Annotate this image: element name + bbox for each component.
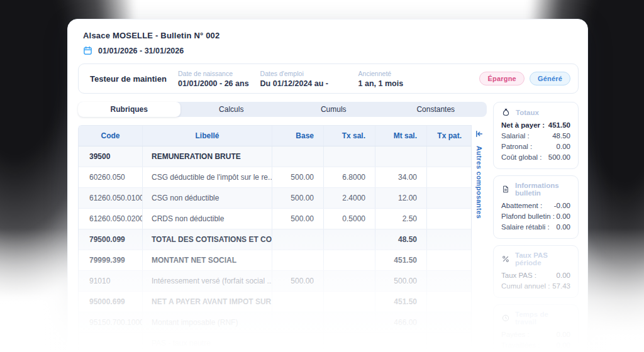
- stat-value: -0.00: [554, 201, 570, 211]
- table-row[interactable]: 39500REMUNERATION BRUTE: [79, 146, 471, 167]
- cell-tx_sal: 2.4000: [324, 188, 375, 208]
- cell-code: 39500: [79, 146, 143, 167]
- stat-label: Salarial :: [501, 131, 530, 141]
- stat-cumul-annuel: Cumul annuel :57.43: [501, 281, 570, 292]
- table-row[interactable]: 61260.050.0200CRDS non déductible500.000…: [79, 209, 471, 229]
- stat-value: 48.50: [552, 131, 570, 141]
- cell-base: 500.00: [272, 188, 324, 208]
- header-cell-base: Base: [272, 126, 324, 146]
- stat-label: Cumul annuel :: [501, 281, 550, 292]
- cell-libelle: CSG non déductible: [143, 188, 272, 208]
- employee-field-anciennete: Ancienneté1 an, 1 mois: [358, 70, 441, 88]
- stat-label: Coût global :: [501, 152, 542, 163]
- panel-header: Informations bulletin: [501, 182, 570, 197]
- cell-tx_sal: [324, 292, 375, 312]
- cell-base: 500.00: [272, 271, 324, 291]
- table-header-row: CodeLibelléBaseTx sal.Mt sal.Tx pat.: [79, 126, 471, 146]
- panel-header: Temps de travail: [501, 311, 570, 326]
- stat-label: Travaillées :: [501, 340, 540, 351]
- stat-value: 0.00: [557, 329, 570, 340]
- table-row[interactable]: PAS - taux neutre: [79, 333, 471, 352]
- cell-code: 79999.399: [79, 250, 143, 270]
- cell-base: [272, 312, 324, 333]
- cell-tx_pat: [427, 188, 471, 208]
- stat-taux-pas: Taux PAS :0.00: [501, 270, 570, 281]
- field-value: 01/01/2000 - 26 ans: [178, 79, 249, 88]
- cell-code: 79500.099: [79, 229, 143, 250]
- employee-field-date-de-naissance: Date de naissance01/01/2000 - 26 ans: [178, 70, 249, 88]
- stat-patronal: Patronal :0.00: [501, 141, 570, 152]
- table-row[interactable]: 79500.099TOTAL DES COTISATIONS ET CONT..…: [79, 229, 471, 250]
- table-row[interactable]: 95000.699NET A PAYER AVANT IMPOT SUR LE …: [79, 292, 471, 312]
- table-row[interactable]: 91010Intéressement versé (forfait social…: [79, 271, 471, 292]
- stat-label: Salaire rétabli :: [501, 222, 550, 233]
- cell-mt_sal: 34.00: [375, 167, 427, 187]
- cell-tx_pat: [427, 250, 471, 270]
- autres-composantes-label[interactable]: Autres composantes: [475, 146, 483, 219]
- stat-label: Plafond bulletin :: [501, 211, 555, 222]
- clock-icon: [502, 314, 509, 322]
- collapse-left-icon: [475, 129, 484, 138]
- header-cell-code: Code: [79, 126, 143, 146]
- stat-net-a-payer: Net à payer :451.50: [501, 120, 570, 131]
- collapse-panel-button[interactable]: [475, 129, 484, 138]
- field-value: Du 01/12/2024 au -: [260, 79, 347, 88]
- cell-code: 60260.050: [79, 167, 143, 187]
- panel-taux-pas-periode: Taux PAS périodeTaux PAS :0.00Cumul annu…: [493, 245, 579, 298]
- employee-name: Testeur de maintien: [90, 74, 167, 84]
- cell-tx_sal: [324, 229, 375, 250]
- cell-code: 91010: [79, 271, 143, 291]
- field-label: Ancienneté: [358, 70, 441, 77]
- stat-value: 0.00: [557, 211, 570, 222]
- cell-tx_pat: [427, 167, 471, 187]
- cell-code: 95000.699: [79, 292, 143, 312]
- stat-label: Abattement :: [501, 201, 542, 211]
- tab-cumuls[interactable]: Cumuls: [282, 102, 385, 117]
- cell-mt_sal: 451.50: [375, 292, 427, 312]
- cell-base: [272, 292, 324, 312]
- document-icon: [502, 185, 509, 193]
- cell-libelle: REMUNERATION BRUTE: [143, 146, 272, 167]
- panel-informations-bulletin: Informations bulletinAbattement :-0.00Pl…: [493, 175, 579, 239]
- employee-info-bar: Testeur de maintien Date de naissance01/…: [78, 63, 579, 94]
- page-title: Alsace MOSELLE - Bulletin N° 002: [83, 31, 579, 40]
- cell-tx_sal: [324, 312, 375, 333]
- period-label: 01/01/2026 - 31/01/2026: [98, 47, 184, 55]
- cell-code: 95150.700.1000: [79, 312, 143, 333]
- cell-mt_sal: 500.00: [375, 271, 427, 291]
- header-cell-mt_sal: Mt sal.: [375, 126, 427, 146]
- cell-mt_sal: [375, 146, 427, 167]
- cell-tx_pat: [427, 271, 471, 291]
- cell-tx_sal: [324, 271, 375, 291]
- cell-libelle: Montant imposable (RNF): [143, 312, 272, 333]
- employee-badges: ÉpargneGénéré: [479, 72, 570, 85]
- table-row[interactable]: 95150.700.1000Montant imposable (RNF)466…: [79, 312, 471, 333]
- cell-base: [272, 250, 324, 270]
- cell-mt_sal: 12.00: [375, 188, 427, 208]
- tab-rubriques[interactable]: Rubriques: [78, 102, 180, 117]
- tab-calculs[interactable]: Calculs: [180, 102, 283, 117]
- side-strip: Autres composantes: [472, 125, 487, 352]
- cell-tx_sal: [324, 333, 375, 352]
- field-label: Dates d'emploi: [260, 70, 347, 77]
- panel-title: Totaux: [516, 109, 539, 116]
- stat-salarial: Salarial :48.50: [501, 131, 570, 141]
- percent-icon: [502, 255, 509, 263]
- badge-genere: Généré: [530, 72, 570, 85]
- cell-code: [79, 333, 143, 352]
- stat-value: 500.00: [548, 152, 570, 163]
- stat-label: Patronal :: [501, 141, 532, 152]
- cell-mt_sal: 466.00: [375, 312, 427, 333]
- table-row[interactable]: 61260.050.0100CSG non déductible500.002.…: [79, 188, 471, 209]
- cell-tx_sal: 0.5000: [324, 209, 375, 229]
- table-row[interactable]: 60260.050CSG déductible de l'impôt sur l…: [79, 167, 471, 188]
- cell-mt_sal: 451.50: [375, 250, 427, 270]
- cell-base: 500.00: [272, 209, 324, 229]
- table-row[interactable]: 79999.399MONTANT NET SOCIAL451.50: [79, 250, 471, 271]
- cell-base: [272, 229, 324, 250]
- panel-title: Taux PAS période: [515, 251, 570, 267]
- stat-value: 0.00: [557, 222, 570, 233]
- tab-constantes[interactable]: Constantes: [385, 102, 487, 117]
- cell-tx_pat: [427, 292, 471, 312]
- cell-libelle: CRDS non déductible: [143, 209, 272, 229]
